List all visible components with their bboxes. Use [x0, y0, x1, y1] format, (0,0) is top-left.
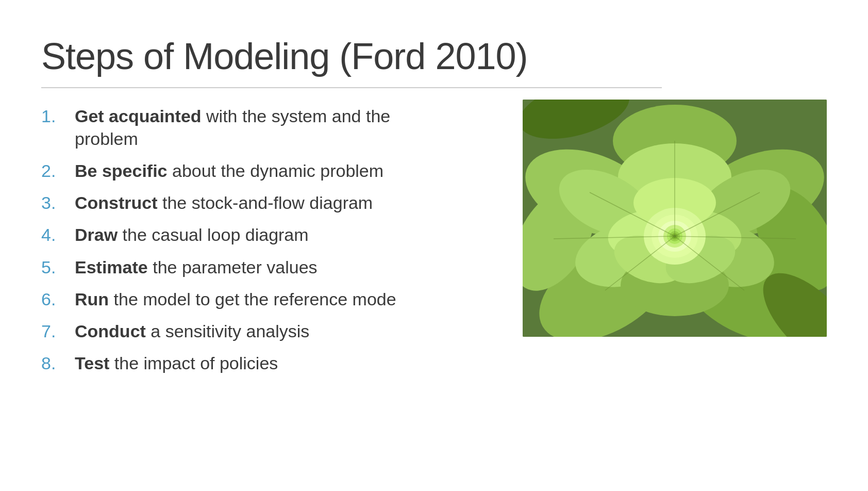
- item-number-8: 8.: [41, 352, 75, 374]
- item-number-5: 5.: [41, 256, 75, 279]
- item-text-7: Conduct a sensitivity analysis: [75, 320, 309, 342]
- slide-container: Steps of Modeling (Ford 2010) 1.Get acqu…: [0, 0, 868, 491]
- title-divider: [41, 87, 662, 88]
- item-text-8: Test the impact of policies: [75, 352, 278, 374]
- item-number-3: 3.: [41, 191, 75, 214]
- plant-svg: [523, 100, 827, 337]
- item-text-3: Construct the stock-and-flow diagram: [75, 191, 373, 214]
- item-number-2: 2.: [41, 159, 75, 182]
- item-text-5: Estimate the parameter values: [75, 256, 318, 279]
- item-text-2: Be specific about the dynamic problem: [75, 159, 383, 182]
- list-item: 2.Be specific about the dynamic problem: [41, 159, 402, 182]
- content-area: 1.Get acquainted with the system and the…: [41, 105, 827, 384]
- list-item: 3.Construct the stock-and-flow diagram: [41, 191, 402, 214]
- plant-image: [523, 100, 827, 337]
- item-number-1: 1.: [41, 105, 75, 127]
- slide-title: Steps of Modeling (Ford 2010): [41, 36, 827, 77]
- list-section: 1.Get acquainted with the system and the…: [41, 105, 402, 384]
- item-text-1: Get acquainted with the system and the p…: [75, 105, 402, 150]
- list-item: 8.Test the impact of policies: [41, 352, 402, 374]
- list-item: 5.Estimate the parameter values: [41, 256, 402, 279]
- item-number-7: 7.: [41, 320, 75, 342]
- image-section: [518, 100, 827, 337]
- list-item: 6.Run the model to get the reference mod…: [41, 288, 402, 310]
- item-number-6: 6.: [41, 288, 75, 310]
- list-item: 4.Draw the casual loop diagram: [41, 223, 402, 246]
- item-text-4: Draw the casual loop diagram: [75, 223, 309, 246]
- list-item: 1.Get acquainted with the system and the…: [41, 105, 402, 150]
- item-number-4: 4.: [41, 223, 75, 246]
- list-item: 7.Conduct a sensitivity analysis: [41, 320, 402, 342]
- item-text-6: Run the model to get the reference mode: [75, 288, 396, 310]
